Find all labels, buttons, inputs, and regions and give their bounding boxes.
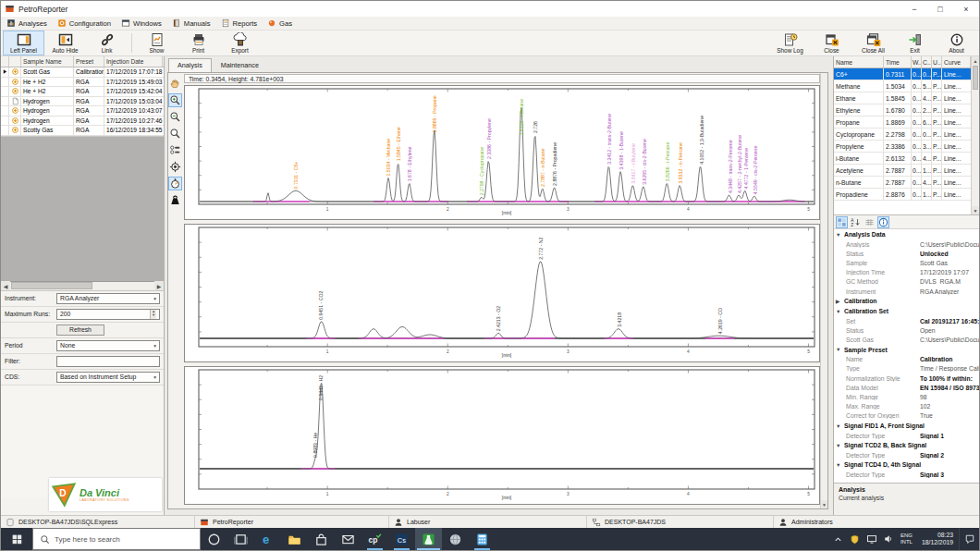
property-row[interactable]: Detector Type Signal 1 xyxy=(834,431,979,440)
sample-row[interactable]: He + H2 RGA 17/12/2019 15:42:04 xyxy=(1,87,164,97)
sample-row[interactable]: Scott Gas Calibration 17/12/2019 17:07:1… xyxy=(1,67,164,78)
property-row[interactable]: Set Cal 20191217 16:45:19 xyxy=(834,316,979,325)
component-row[interactable]: Methane 1.5034 0... 5... P... Line... xyxy=(834,80,971,92)
component-row[interactable]: Cyclopropane 2.2798 0... 0... P... Line.… xyxy=(834,129,971,141)
maximum-runs-stepper[interactable]: 200▲▼ xyxy=(56,309,160,320)
property-row[interactable]: Min. Range 98 xyxy=(834,392,979,401)
chart-vertical-scrollbar[interactable]: ▼ xyxy=(820,73,827,508)
property-section-sample-preset[interactable]: ▼ Sample Preset xyxy=(834,345,979,355)
taskbar-cortana[interactable] xyxy=(201,528,227,550)
taskbar-edge[interactable]: e xyxy=(254,528,281,550)
sample-row[interactable]: Hydrogen RGA 17/12/2019 10:43:07 xyxy=(1,106,164,116)
chromatogram-fid1[interactable]: 12345[min]0.7311 - C6+1.5034 - Methane1.… xyxy=(184,85,820,220)
start-button[interactable] xyxy=(1,528,32,550)
weight-tool[interactable] xyxy=(168,193,182,207)
menu-gas[interactable]: Gas xyxy=(263,18,299,29)
property-row[interactable]: Sample Scott Gas xyxy=(834,258,979,267)
taskbar-cs-app[interactable]: Cs xyxy=(388,528,415,550)
menu-analyses[interactable]: Analyses xyxy=(3,18,54,29)
component-row[interactable]: C6+ 0.7311 0... 0... P... Line... xyxy=(834,68,971,80)
property-row[interactable]: Detector Type Signal 3 xyxy=(834,470,979,479)
taskbar-search[interactable]: Type here to search xyxy=(32,528,201,550)
component-row[interactable]: Propadiene 2.8876 0... 1... P... Line... xyxy=(834,189,971,201)
spinner-arrows-icon[interactable]: ▲▼ xyxy=(150,310,156,319)
property-row[interactable]: Analysis C:\Users\Public\Documents xyxy=(834,239,979,249)
tray-chevron-up-icon[interactable] xyxy=(830,528,847,550)
scroll-right-arrow[interactable]: ▶ xyxy=(154,281,164,290)
print-button[interactable]: Print xyxy=(178,31,219,55)
tray-shield-icon[interactable] xyxy=(847,528,864,550)
left-panel-button[interactable]: Left Panel xyxy=(3,31,44,55)
clock[interactable]: 08:23 18/12/2019 xyxy=(916,532,959,546)
sample-row[interactable]: He + H2 RGA 17/12/2019 15:49:03 xyxy=(1,78,164,88)
property-row[interactable]: Detector Type Signal 2 xyxy=(834,450,979,459)
property-row[interactable]: Correct for Oxygen True xyxy=(834,411,979,421)
scroll-left-arrow[interactable]: ◀ xyxy=(1,281,10,290)
trace-options-tool[interactable] xyxy=(168,143,182,157)
property-section-signal-tcd4-d-4th-signal[interactable]: ▼ Signal TCD4 D, 4th Signal xyxy=(834,459,979,470)
component-row[interactable]: Ethylene 1.6780 0... 2... P... Line... xyxy=(834,104,971,116)
tab-maintenance[interactable]: Maintenance xyxy=(212,58,268,72)
component-row[interactable]: Acetylene 2.7887 0... 1... P... Line... xyxy=(834,165,971,177)
zoom-in-tool[interactable] xyxy=(168,93,182,107)
refresh-button[interactable]: Refresh xyxy=(56,324,104,336)
property-section-calibration-set[interactable]: ▼ Calibration Set xyxy=(834,306,979,316)
minimize-button[interactable]: − xyxy=(901,1,927,17)
period-select[interactable]: None▾ xyxy=(56,340,160,351)
filter-input[interactable] xyxy=(56,356,160,367)
component-row[interactable]: Propane 1.8869 0... 6... P... Line... xyxy=(834,116,971,129)
stopwatch-tool[interactable] xyxy=(168,177,182,190)
chromatogram-tcd4[interactable]: 12345[min]0.8983 - He0.9443 - H2 xyxy=(184,366,820,505)
property-section-signal-fid1-a-front-signal[interactable]: ▼ Signal FID1 A, Front Signal xyxy=(834,421,979,431)
tray-speaker-icon[interactable] xyxy=(880,528,897,550)
magnifier-tool[interactable] xyxy=(168,127,182,141)
tab-analysis[interactable]: Analysis xyxy=(168,58,212,72)
property-row[interactable]: GC Method DVLS_RGA.M xyxy=(834,277,979,287)
property-row[interactable]: Name Calibration xyxy=(834,355,979,364)
notification-center-icon[interactable] xyxy=(959,528,979,550)
menu-windows[interactable]: Windows xyxy=(117,18,168,29)
taskbar-file-explorer[interactable] xyxy=(281,528,308,550)
maximize-button[interactable]: □ xyxy=(927,1,953,17)
property-section-analysis-data[interactable]: ▼ Analysis Data xyxy=(834,229,979,239)
sort-az-button[interactable]: AZ xyxy=(850,216,862,228)
taskbar-cp-app[interactable]: cp xyxy=(361,528,388,550)
auto-hide-button[interactable]: Auto Hide xyxy=(44,31,86,55)
zoom-out-tool[interactable] xyxy=(168,110,182,124)
sample-row[interactable]: Scotty Gas RGA 16/12/2019 18:34:55 xyxy=(1,126,164,136)
cds-select[interactable]: Based on Instrument Setup▾ xyxy=(56,372,160,383)
export-button[interactable]: Export xyxy=(219,31,261,55)
menu-configuration[interactable]: Configuration xyxy=(54,18,117,29)
language-indicator[interactable]: ENG INTL xyxy=(897,533,916,545)
component-row[interactable]: Ethane 1.5845 0... 4... P... Line... xyxy=(834,92,971,104)
taskbar-browser-globe[interactable] xyxy=(442,528,469,550)
menu-reports[interactable]: Reports xyxy=(217,18,264,29)
close-all-button[interactable]: Close All xyxy=(852,31,894,55)
property-row[interactable]: Instrument RGA Analyzer xyxy=(834,287,979,296)
about-button[interactable]: About xyxy=(936,31,977,55)
property-section-calibration[interactable]: ▶ Calibration xyxy=(834,296,979,306)
taskbar-store[interactable] xyxy=(308,528,335,550)
pan-hand-tool[interactable] xyxy=(168,77,182,91)
property-row[interactable]: Type Time / Response Calibration xyxy=(834,364,979,373)
property-row[interactable]: Status Unlocked xyxy=(834,249,979,258)
property-row[interactable]: Scott Gas C:\Users\Public\Documents xyxy=(834,336,979,345)
taskbar-petroreporter[interactable] xyxy=(415,528,442,550)
property-row[interactable]: Injection Time 17/12/2019 17:07 xyxy=(834,268,979,277)
link-button[interactable]: Link xyxy=(86,31,128,55)
components-scrollbar[interactable]: ▲ ▼ xyxy=(971,56,979,214)
close-button[interactable]: Close xyxy=(811,31,852,55)
show-button[interactable]: Show xyxy=(136,31,178,55)
property-row[interactable]: Status Open xyxy=(834,325,979,335)
component-row[interactable]: n-Butane 2.7887 0... 4... P... Line... xyxy=(834,177,971,189)
property-row[interactable]: Max. Range 102 xyxy=(834,402,979,411)
component-row[interactable]: i-Butane 2.6132 0... 4... P... Line... xyxy=(834,153,971,165)
close-button[interactable]: × xyxy=(953,1,979,17)
sample-row[interactable]: Hydrogen RGA 17/12/2019 15:03:04 xyxy=(1,97,164,107)
property-row[interactable]: Data Model EN 15984 / ISO 8973 a xyxy=(834,383,979,392)
grid-view-button[interactable] xyxy=(864,216,876,228)
info-button[interactable] xyxy=(877,216,889,228)
center-target-tool[interactable] xyxy=(168,160,182,174)
taskbar-calculator[interactable] xyxy=(469,528,496,550)
taskbar-mail[interactable] xyxy=(335,528,361,550)
